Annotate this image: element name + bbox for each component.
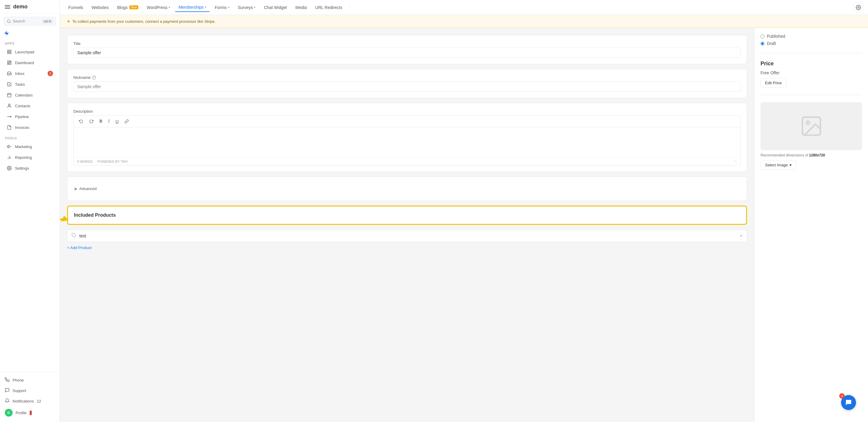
sidebar-item-settings-label: Settings (15, 166, 29, 171)
chat-bubble-button[interactable]: 4 (841, 395, 856, 410)
sidebar-item-phone[interactable]: Phone (0, 375, 60, 386)
published-radio[interactable] (761, 34, 765, 38)
nav-forms[interactable]: Forms ▾ (211, 3, 233, 12)
quick-action-icon[interactable] (4, 30, 56, 36)
nickname-input[interactable] (73, 82, 741, 92)
wordpress-chevron-icon: ▾ (168, 6, 170, 9)
product-remove-button[interactable]: × (740, 233, 743, 238)
edit-price-button[interactable]: Edit Price (761, 78, 786, 87)
search-icon (7, 19, 11, 23)
svg-rect-3 (7, 50, 9, 52)
italic-button[interactable]: I (106, 118, 112, 125)
search-label: Search (13, 19, 25, 23)
underline-button[interactable]: U (114, 118, 120, 125)
sidebar-item-reporting[interactable]: Reporting (2, 152, 58, 163)
right-panel: Published Draft Price Free Offer Edit Pr… (754, 28, 868, 422)
sidebar-item-calendars[interactable]: Calendars (2, 90, 58, 100)
calendar-icon (7, 92, 12, 98)
nav-url-redirects[interactable]: URL Redirects (312, 3, 346, 12)
nav-websites[interactable]: Websites (88, 3, 112, 12)
description-section: Description B I U (67, 103, 747, 172)
add-product-label: + Add Product (67, 246, 92, 250)
nickname-label: Nickname (73, 75, 741, 80)
resize-handle-icon[interactable]: ⤡ (734, 160, 737, 163)
tools-section-label: Tools (0, 133, 60, 141)
nav-settings-button[interactable] (854, 3, 863, 12)
sidebar-item-invoices[interactable]: Invoices (2, 122, 58, 133)
search-bar[interactable]: Search ctrl K (4, 17, 56, 26)
nav-wordpress[interactable]: WordPress ▾ (143, 3, 174, 12)
included-products-section: Included Products (67, 206, 747, 225)
title-input[interactable] (73, 48, 741, 58)
editor-body[interactable] (74, 128, 740, 157)
draft-radio[interactable] (761, 42, 765, 46)
contacts-icon (7, 103, 12, 109)
sidebar-item-pipeline[interactable]: Pipeline (2, 112, 58, 122)
nav-chat-widget[interactable]: Chat Widget (260, 3, 290, 12)
svg-point-27 (806, 121, 809, 124)
reporting-icon (7, 154, 12, 160)
profile-badge: 1 (30, 411, 32, 415)
marketing-icon (7, 144, 12, 149)
svg-marker-16 (7, 145, 9, 148)
arrow-svg (60, 207, 70, 228)
svg-line-1 (10, 22, 11, 23)
title-label: Title (73, 41, 741, 46)
nav-media[interactable]: Media (292, 3, 310, 12)
main-area: Funnels Websites Blogs New WordPress ▾ M… (60, 0, 868, 422)
notifications-badge: 12 (37, 399, 41, 403)
sidebar-item-support[interactable]: Support (0, 386, 60, 396)
support-icon (5, 388, 9, 394)
sidebar-bottom: Phone Support Notifications 12 G Profile… (0, 372, 60, 422)
nav-memberships[interactable]: Memberships ▾ (175, 3, 210, 12)
powered-by: POWERED BY TINY (97, 160, 128, 163)
sidebar-item-notifications[interactable]: Notifications 12 (0, 396, 60, 406)
included-products-title: Included Products (74, 213, 740, 218)
svg-point-20 (9, 168, 10, 169)
bold-button[interactable]: B (98, 118, 104, 125)
blogs-new-badge: New (129, 5, 138, 9)
published-option[interactable]: Published (761, 34, 862, 39)
app-logo: demo (13, 4, 28, 10)
nav-funnels-label: Funnels (68, 5, 83, 10)
advanced-toggle[interactable]: ▶ Advanced (73, 183, 741, 195)
image-hint: Recommended dimensions of 1280x720 (761, 153, 862, 157)
sidebar-item-marketing-label: Marketing (15, 144, 32, 149)
add-product-button[interactable]: + Add Product (67, 244, 92, 251)
product-name: test (79, 233, 737, 238)
sidebar-item-marketing[interactable]: Marketing (2, 141, 58, 152)
nav-separator (349, 4, 350, 11)
select-image-label: Select Image (765, 163, 788, 167)
sidebar-item-contacts[interactable]: Contacts (2, 101, 58, 111)
memberships-chevron-icon: ▾ (205, 5, 206, 9)
nav-memberships-label: Memberships (179, 5, 204, 9)
sidebar-item-pipeline-label: Pipeline (15, 114, 29, 119)
pipeline-icon (7, 114, 12, 119)
sidebar-item-launchpad[interactable]: Launchpad (2, 47, 58, 57)
sidebar-item-inbox[interactable]: Inbox 0 (2, 68, 58, 79)
image-placeholder (761, 102, 862, 150)
nav-funnels[interactable]: Funnels (65, 3, 87, 12)
svg-point-15 (8, 104, 10, 106)
status-section: Published Draft (761, 34, 862, 53)
undo-button[interactable] (77, 118, 85, 124)
sidebar-logo-area: demo (0, 0, 60, 14)
nav-blogs[interactable]: Blogs New (114, 3, 142, 12)
select-image-button[interactable]: Select Image ▾ (761, 160, 796, 170)
sidebar-item-settings[interactable]: Settings (2, 163, 58, 173)
product-item: test × (67, 230, 747, 242)
redo-button[interactable] (87, 118, 95, 124)
nav-surveys[interactable]: Surveys ▾ (234, 3, 259, 12)
nav-blogs-label: Blogs (117, 5, 128, 10)
draft-option[interactable]: Draft (761, 41, 862, 46)
sidebar-item-profile[interactable]: G Profile 1 (0, 406, 60, 419)
sidebar: demo Search ctrl K Apps Launchpad Dashbo… (0, 0, 60, 422)
svg-rect-11 (7, 93, 11, 97)
draft-label: Draft (767, 41, 776, 46)
hamburger-menu[interactable] (5, 5, 10, 9)
status-radio-group: Published Draft (761, 34, 862, 46)
sidebar-item-invoices-label: Invoices (15, 125, 29, 130)
link-button[interactable] (123, 118, 130, 124)
sidebar-item-tasks[interactable]: Tasks (2, 79, 58, 89)
sidebar-item-dashboard[interactable]: Dashboard (2, 58, 58, 68)
